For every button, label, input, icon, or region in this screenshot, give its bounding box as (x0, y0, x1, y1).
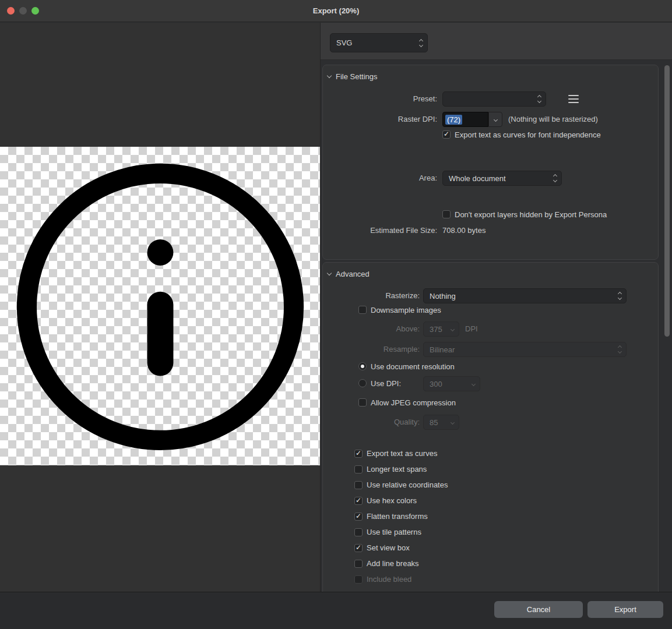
chevron-down-icon (451, 421, 454, 424)
export-dialog: Export (20%) SVG File Settings (0, 0, 672, 629)
chevron-updown-icon (538, 96, 541, 103)
svg-option-list: Export text as curvesLonger text spansUs… (354, 446, 448, 587)
checkbox-label: Add line breaks (367, 559, 419, 568)
dont-export-hidden-checkbox-row[interactable]: Don't export layers hidden by Export Per… (442, 208, 607, 221)
option-flatten-transforms[interactable]: Flatten transforms (354, 508, 448, 524)
raster-dpi-input[interactable]: (72) (442, 112, 488, 127)
radio-button[interactable] (358, 379, 367, 387)
resample-dropdown[interactable]: Bilinear (423, 342, 627, 357)
dpi-suffix: DPI (465, 321, 478, 337)
estimated-size-label: Estimated File Size: (323, 224, 437, 237)
raster-dpi-label: Raster DPI: (323, 112, 437, 127)
option-use-tile-patterns[interactable]: Use tile patterns (354, 524, 448, 540)
above-dpi-dropdown[interactable]: 375 (423, 321, 459, 337)
checkbox[interactable] (442, 130, 451, 139)
format-band: SVG (321, 23, 672, 60)
info-icon-artwork (16, 162, 304, 450)
format-dropdown[interactable]: SVG (330, 33, 428, 52)
resample-label: Resample: (323, 342, 420, 357)
checkbox[interactable] (354, 465, 363, 473)
window-title: Export (20%) (0, 0, 672, 22)
chevron-updown-icon (618, 346, 621, 353)
estimated-size-value: 708.00 bytes (442, 224, 485, 237)
use-dpi-radio-row[interactable]: Use DPI: (358, 377, 401, 390)
option-use-hex-colors[interactable]: Use hex colors (354, 493, 448, 508)
jpeg-compression-checkbox-row[interactable]: Allow JPEG compression (358, 396, 456, 409)
above-label: Above: (323, 321, 420, 337)
checkbox[interactable] (358, 398, 367, 407)
checkbox-label: Export text as curves for font independe… (455, 130, 601, 139)
checkbox-label: Use relative coordinates (367, 480, 448, 489)
checkbox[interactable] (354, 560, 363, 568)
chevron-down-icon (493, 117, 497, 121)
format-dropdown-value: SVG (330, 38, 420, 47)
checkbox[interactable] (354, 575, 363, 584)
quality-label: Quality: (323, 415, 420, 430)
above-dpi-value: 375 (424, 325, 451, 334)
raster-dpi-note: (Nothing will be rasterized) (508, 112, 598, 127)
resample-dropdown-value: Bilinear (424, 345, 618, 354)
export-text-curves-checkbox-row[interactable]: Export text as curves for font independe… (442, 128, 601, 141)
preset-label: Preset: (323, 91, 437, 107)
scrollbar-thumb[interactable] (664, 65, 670, 337)
checkbox[interactable] (442, 210, 451, 218)
file-settings-section: File Settings Preset: Raster DPI: (72) (… (322, 65, 659, 260)
advanced-header[interactable]: Advanced (328, 270, 370, 278)
checkbox-label: Flatten transforms (367, 512, 428, 521)
area-dropdown[interactable]: Whole document (442, 171, 562, 186)
checkbox-label: Don't export layers hidden by Export Per… (455, 210, 607, 219)
chevron-updown-icon (618, 292, 621, 299)
rasterize-dropdown-value: Nothing (424, 292, 618, 301)
preset-dropdown[interactable] (442, 91, 546, 107)
checkbox-label: Set view box (367, 543, 410, 552)
checkbox[interactable] (354, 528, 363, 536)
checkbox[interactable] (354, 513, 363, 521)
area-dropdown-value: Whole document (443, 174, 554, 183)
export-button[interactable]: Export (587, 601, 663, 618)
checkbox-label: Longer text spans (367, 465, 427, 473)
area-label: Area: (323, 171, 437, 186)
chevron-down-icon (472, 383, 475, 386)
downsample-checkbox-row[interactable]: Downsample images (358, 303, 441, 316)
title-bar: Export (20%) (0, 0, 672, 22)
option-add-line-breaks[interactable]: Add line breaks (354, 556, 448, 571)
section-title: Advanced (336, 270, 370, 278)
checkbox-label: Use tile patterns (367, 528, 421, 536)
checkbox-label: Include bleed (367, 575, 411, 584)
checkbox[interactable] (354, 544, 363, 552)
chevron-down-icon (327, 271, 332, 275)
quality-value: 85 (424, 418, 451, 427)
checkbox[interactable] (354, 450, 363, 458)
chevron-updown-icon (420, 40, 423, 47)
checkbox-label: Export text as curves (367, 449, 437, 458)
chevron-down-icon (451, 328, 454, 331)
chevron-down-icon (327, 73, 332, 78)
use-document-resolution-radio-row[interactable]: Use document resolution (358, 360, 455, 373)
checkbox[interactable] (354, 497, 363, 505)
export-settings-panel: SVG File Settings Preset: Raster DPI: (7… (320, 23, 672, 592)
cancel-button[interactable]: Cancel (494, 601, 583, 618)
use-dpi-dropdown[interactable]: 300 (423, 376, 480, 391)
file-settings-header[interactable]: File Settings (328, 72, 378, 81)
checkbox[interactable] (354, 481, 363, 489)
checkbox-label: Allow JPEG compression (371, 398, 456, 407)
export-preview (0, 23, 320, 592)
option-include-bleed[interactable]: Include bleed (354, 571, 448, 587)
option-longer-text-spans[interactable]: Longer text spans (354, 461, 448, 477)
preset-menu-icon[interactable] (568, 95, 579, 103)
radio-button[interactable] (358, 362, 367, 370)
option-export-text-as-curves[interactable]: Export text as curves (354, 446, 448, 461)
raster-dpi-selected-text: (72) (445, 115, 462, 125)
rasterize-dropdown[interactable]: Nothing (423, 288, 627, 303)
checkbox[interactable] (358, 306, 367, 314)
radio-label: Use DPI: (371, 379, 401, 388)
advanced-section: Advanced Rasterize: Nothing Downsample i… (322, 262, 659, 592)
dialog-footer: Cancel Export (0, 592, 672, 629)
raster-dpi-dropdown-button[interactable] (488, 112, 502, 127)
radio-label: Use document resolution (371, 362, 455, 371)
chevron-updown-icon (554, 175, 557, 182)
option-use-relative-coordinates[interactable]: Use relative coordinates (354, 477, 448, 493)
option-set-view-box[interactable]: Set view box (354, 540, 448, 556)
checkbox-label: Downsample images (371, 306, 441, 314)
quality-dropdown[interactable]: 85 (423, 415, 459, 430)
